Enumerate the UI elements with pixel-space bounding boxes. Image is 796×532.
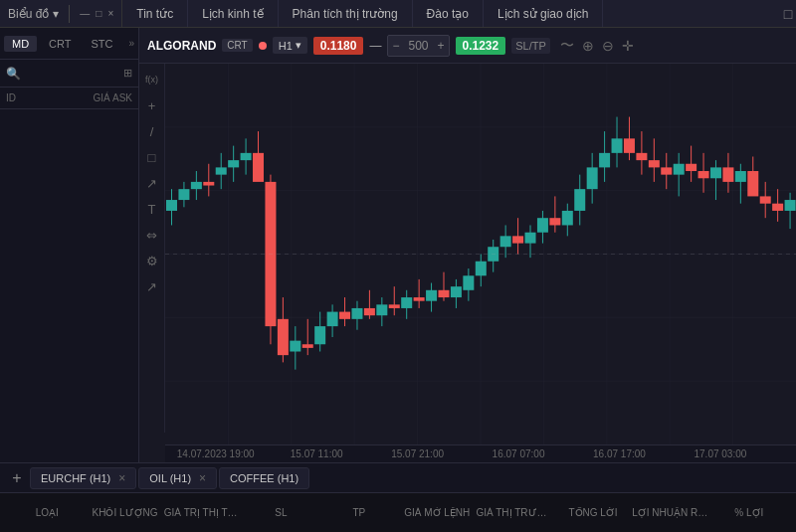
footer-col-0: LOẠI <box>8 507 86 518</box>
price-separator: — <box>369 39 381 53</box>
chart-canvas-area[interactable] <box>165 64 796 444</box>
chart-toolbar: ALGORAND CRT H1 ▾ 0.1180 — − 500 + 0.123… <box>139 28 796 64</box>
chart-tools: f(x) + / □ ↗ T ⇔ ⚙ ↗ <box>139 64 165 433</box>
tab-oil-close[interactable]: × <box>199 471 206 485</box>
ask-price-box: 0.1232 <box>456 37 506 55</box>
tab-eurchf-label: EURCHF (H1) <box>41 472 110 484</box>
footer-col-3: SL <box>242 507 319 518</box>
time-label-0: 14.07.2023 19:00 <box>177 448 255 459</box>
tool-add[interactable]: + <box>142 95 162 115</box>
sidebar-tab-crt[interactable]: CRT <box>41 36 79 52</box>
sidebar-search-row: 🔍 ⊞ <box>0 60 138 88</box>
search-icon[interactable]: 🔍 <box>6 67 21 81</box>
timeframe-arrow: ▾ <box>296 39 301 52</box>
nav-dao-tao[interactable]: Đào tạo <box>413 0 484 27</box>
window-restore-btn[interactable]: □ <box>780 0 796 28</box>
time-label-2: 15.07 21:00 <box>391 448 444 459</box>
nav-phan-tich[interactable]: Phân tích thị trường <box>279 0 413 27</box>
chart-type-badge[interactable]: CRT <box>222 39 252 52</box>
time-label-4: 16.07 17:00 <box>593 448 646 459</box>
tab-oil[interactable]: OIL (H1) × <box>138 467 217 489</box>
window-controls[interactable]: — □ × <box>80 8 113 19</box>
tab-coffee-label: COFFEE (H1) <box>230 472 298 484</box>
sidebar-tabs: MD CRT STC » <box>0 28 138 60</box>
tool-rect[interactable]: □ <box>142 147 162 167</box>
crosshair-icon[interactable]: ✛ <box>622 38 634 54</box>
qty-plus-btn[interactable]: + <box>433 39 448 53</box>
maximize-icon[interactable]: □ <box>96 8 101 19</box>
tool-text[interactable]: T <box>142 199 162 219</box>
tool-measure[interactable]: ⇔ <box>142 225 162 245</box>
sidebar-tab-stc[interactable]: STC <box>84 36 121 52</box>
minimize-icon[interactable]: — <box>80 8 90 19</box>
footer-col-4: TP <box>320 507 398 518</box>
qty-input[interactable]: − 500 + <box>387 35 449 57</box>
qty-minus-btn[interactable]: − <box>388 39 403 53</box>
tab-eurchf-close[interactable]: × <box>118 471 125 485</box>
tool-line[interactable]: / <box>142 121 162 141</box>
qty-value[interactable]: 500 <box>403 39 433 53</box>
zoom-out-icon[interactable]: ⊖ <box>602 38 614 54</box>
toolbar-icons: 〜 ⊕ ⊖ ✛ <box>560 37 634 55</box>
nav-lich-kinh-te[interactable]: Lịch kinh tế <box>188 0 278 27</box>
tool-fx[interactable]: f(x) <box>142 70 162 89</box>
live-dot <box>259 42 267 50</box>
col-ask-header: GIÁ ASK <box>50 92 138 103</box>
chart-symbol: ALGORAND <box>147 39 216 53</box>
divider <box>69 5 70 23</box>
time-label-5: 17.07 03:00 <box>694 448 746 459</box>
bottom-tabs: + EURCHF (H1) × OIL (H1) × COFFEE (H1) <box>0 462 796 492</box>
time-label-3: 16.07 07:00 <box>493 448 545 459</box>
sl-tp-button[interactable]: SL/TP <box>511 38 550 54</box>
sidebar: MD CRT STC » 🔍 ⊞ ID GIÁ ASK <box>0 28 139 462</box>
sidebar-col-headers: ID GIÁ ASK <box>0 88 138 109</box>
wave-icon[interactable]: 〜 <box>560 37 574 55</box>
tool-share[interactable]: ↗ <box>142 276 162 296</box>
grid-view-icon[interactable]: ⊞ <box>123 67 132 80</box>
add-chart-tab-btn[interactable]: + <box>6 467 28 489</box>
chart-timeframe[interactable]: H1 ▾ <box>273 37 307 54</box>
time-label-1: 15.07 11:00 <box>291 448 343 459</box>
candlestick-chart[interactable] <box>165 64 796 444</box>
bieuDo-menu[interactable]: Biểu đồ ▾ — □ × <box>0 5 121 23</box>
nav-tin-tuc[interactable]: Tin tức <box>122 0 188 27</box>
tool-settings[interactable]: ⚙ <box>142 251 162 270</box>
nav-lich-su[interactable]: Lịch sử giao dịch <box>484 0 603 27</box>
footer-col-9: % LỢI <box>710 507 788 518</box>
timeframe-label: H1 <box>279 40 293 52</box>
footer-col-2: GIÁ TRỊ THỊ TRƯ... <box>164 507 242 518</box>
sidebar-expand-arrow[interactable]: » <box>128 38 134 49</box>
top-navigation: Biểu đồ ▾ — □ × Tin tức Lịch kinh tế Phâ… <box>0 0 796 28</box>
footer-col-5: GIÁ MỞ LỆNH <box>398 507 476 518</box>
bieu-do-label[interactable]: Biểu đồ <box>8 7 49 21</box>
footer-col-6: GIÁ THỊ TRƯỜNG <box>476 507 553 518</box>
tab-eurchf[interactable]: EURCHF (H1) × <box>30 467 136 489</box>
sidebar-rows <box>0 109 138 462</box>
sidebar-tab-md[interactable]: MD <box>4 36 37 52</box>
tool-arrow[interactable]: ↗ <box>142 173 162 193</box>
time-axis: 14.07.2023 19:0015.07 11:0015.07 21:0016… <box>165 444 796 462</box>
bid-price-box: 0.1180 <box>313 37 364 55</box>
footer-col-1: KHỐI LƯỢNG <box>86 507 163 518</box>
footer-col-8: LỢI NHUẬN RÒNG <box>632 507 709 518</box>
chart-container: ALGORAND CRT H1 ▾ 0.1180 — − 500 + 0.123… <box>139 28 796 462</box>
zoom-in-icon[interactable]: ⊕ <box>582 38 594 54</box>
tab-coffee[interactable]: COFFEE (H1) <box>219 467 309 489</box>
col-id-header: ID <box>0 92 50 103</box>
nav-menu: Tin tức Lịch kinh tế Phân tích thị trườn… <box>121 0 796 27</box>
footer-table-headers: LOẠIKHỐI LƯỢNGGIÁ TRỊ THỊ TRƯ...SLTPGIÁ … <box>0 492 796 532</box>
bieu-do-arrow: ▾ <box>53 7 59 21</box>
main-layout: MD CRT STC » 🔍 ⊞ ID GIÁ ASK ALGORAND CRT… <box>0 28 796 462</box>
close-icon[interactable]: × <box>107 8 113 19</box>
tab-oil-label: OIL (H1) <box>149 472 191 484</box>
footer-col-7: TỔNG LỜI <box>554 507 632 518</box>
